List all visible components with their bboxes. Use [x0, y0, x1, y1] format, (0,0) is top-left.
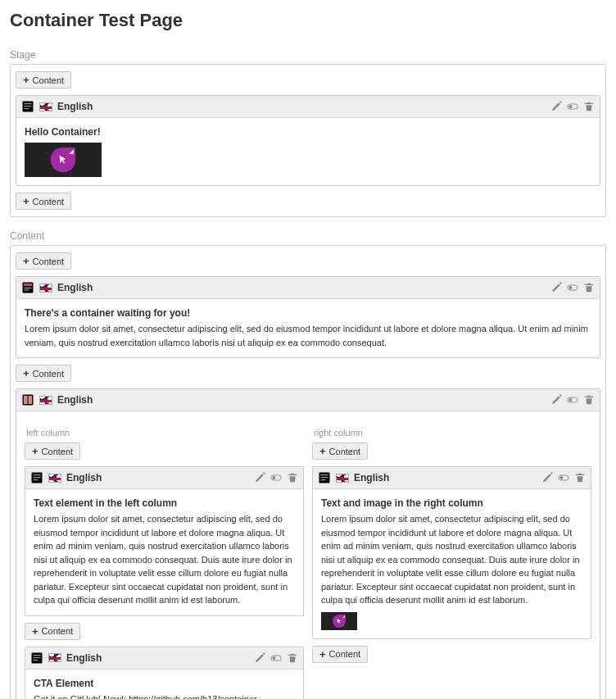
language-label: English [57, 394, 93, 406]
add-content-button[interactable]: +Content [312, 646, 368, 663]
pencil-icon[interactable] [254, 472, 265, 483]
language-label: English [57, 282, 93, 293]
content-element-columns: English left column +Content Englis [16, 388, 600, 699]
element-header[interactable]: English [25, 467, 303, 489]
content-section-title: Content [10, 230, 44, 242]
add-content-button[interactable]: +Content [16, 252, 71, 270]
element-heading: Text element in the left column [34, 497, 295, 509]
trash-icon[interactable] [583, 394, 595, 406]
add-content-button[interactable]: +Content [25, 443, 80, 460]
toggle-icon[interactable] [270, 472, 282, 483]
element-body: left column +Content English [16, 411, 600, 699]
toggle-icon[interactable] [567, 394, 578, 406]
plus-icon: + [23, 256, 29, 266]
right-column: right column +Content English [312, 423, 591, 699]
element-heading: Hello Container! [25, 126, 591, 138]
toggle-icon[interactable] [558, 472, 569, 483]
element-text: Lorem ipsum dolor sit amet, consectetur … [321, 512, 582, 607]
flag-uk-icon [336, 474, 349, 483]
plus-icon: + [32, 626, 38, 637]
stage-section-body: +Content English Hello Container! +Conte… [10, 64, 606, 217]
flag-uk-icon [48, 653, 61, 662]
element-header[interactable]: English [16, 96, 600, 118]
pencil-icon[interactable] [541, 472, 553, 483]
element-body: Hello Container! [16, 118, 600, 185]
element-header[interactable]: English [16, 389, 600, 411]
image-thumbnail[interactable] [321, 612, 357, 630]
language-label: English [354, 472, 389, 483]
wand-icon[interactable] [595, 49, 606, 61]
pencil-icon[interactable] [550, 101, 562, 112]
toggle-icon[interactable] [270, 652, 282, 664]
trash-icon[interactable] [583, 101, 595, 112]
language-label: English [66, 472, 102, 483]
element-body: CTA Element Get it on GitHub! Now!: http… [25, 669, 303, 700]
language-label: English [57, 101, 93, 112]
page-title: Container Test Page [10, 10, 606, 31]
column-label: right column [312, 423, 591, 441]
content-type-columns-icon [21, 393, 34, 406]
content-section-body: +Content English There's a container wai… [10, 245, 606, 699]
add-content-button[interactable]: +Content [16, 365, 71, 382]
add-content-button[interactable]: +Content [312, 443, 368, 460]
flag-uk-icon [48, 474, 61, 483]
element-heading: There's a container waiting for you! [25, 307, 591, 319]
trash-icon[interactable] [287, 652, 298, 664]
plus-icon: + [23, 75, 29, 85]
trash-icon[interactable] [574, 472, 586, 483]
element-text: Get it on GitHub! Now!: https://github.c… [34, 692, 295, 700]
plus-icon: + [23, 196, 29, 207]
content-element: English Text and image in the right colu… [312, 466, 591, 639]
plus-icon: + [319, 446, 326, 456]
flag-uk-icon [39, 284, 52, 293]
left-column: left column +Content English [25, 423, 304, 699]
content-type-text-icon [318, 471, 331, 484]
element-text: Lorem ipsum dolor sit amet, consectetur … [25, 322, 591, 349]
element-header[interactable]: English [25, 647, 303, 669]
content-type-text-icon [30, 651, 43, 665]
element-text: Lorem ipsum dolor sit amet, consectetur … [34, 512, 295, 607]
pencil-icon[interactable] [254, 652, 265, 664]
add-content-button[interactable]: +Content [16, 193, 71, 210]
element-heading: Text and image in the right column [321, 497, 582, 509]
content-element: English There's a container waiting for … [16, 276, 600, 358]
content-type-header-icon [21, 281, 34, 294]
toggle-icon[interactable] [567, 282, 578, 293]
toggle-icon[interactable] [567, 101, 578, 112]
pencil-icon[interactable] [550, 282, 562, 293]
plus-icon: + [319, 649, 326, 660]
trash-icon[interactable] [583, 282, 595, 293]
stage-section-title: Stage [10, 49, 35, 61]
element-body: Text and image in the right column Lorem… [313, 489, 591, 638]
image-thumbnail[interactable] [25, 143, 102, 177]
element-header[interactable]: English [313, 467, 591, 489]
stage-section-header: Stage [10, 46, 606, 64]
plus-icon: + [23, 368, 29, 379]
column-label: left column [25, 423, 304, 441]
element-header[interactable]: English [16, 277, 600, 299]
content-element: English Hello Container! [16, 95, 600, 186]
content-type-text-icon [21, 100, 34, 113]
wand-icon[interactable] [595, 230, 606, 242]
content-element: English Text element in the left column … [25, 466, 304, 616]
pencil-icon[interactable] [550, 394, 562, 406]
element-body: Text element in the left column Lorem ip… [25, 489, 303, 615]
flag-uk-icon [39, 396, 52, 405]
trash-icon[interactable] [287, 472, 298, 483]
flag-uk-icon [39, 102, 52, 111]
plus-icon: + [32, 446, 38, 456]
language-label: English [66, 652, 102, 664]
element-heading: CTA Element [34, 678, 295, 689]
element-body: There's a container waiting for you! Lor… [16, 299, 600, 357]
content-element: English CTA Element Get it on GitHub! No… [25, 647, 304, 700]
content-type-text-icon [30, 471, 43, 484]
add-content-button[interactable]: +Content [25, 623, 80, 640]
content-section-header: Content [10, 227, 606, 245]
add-content-button[interactable]: +Content [16, 71, 71, 89]
